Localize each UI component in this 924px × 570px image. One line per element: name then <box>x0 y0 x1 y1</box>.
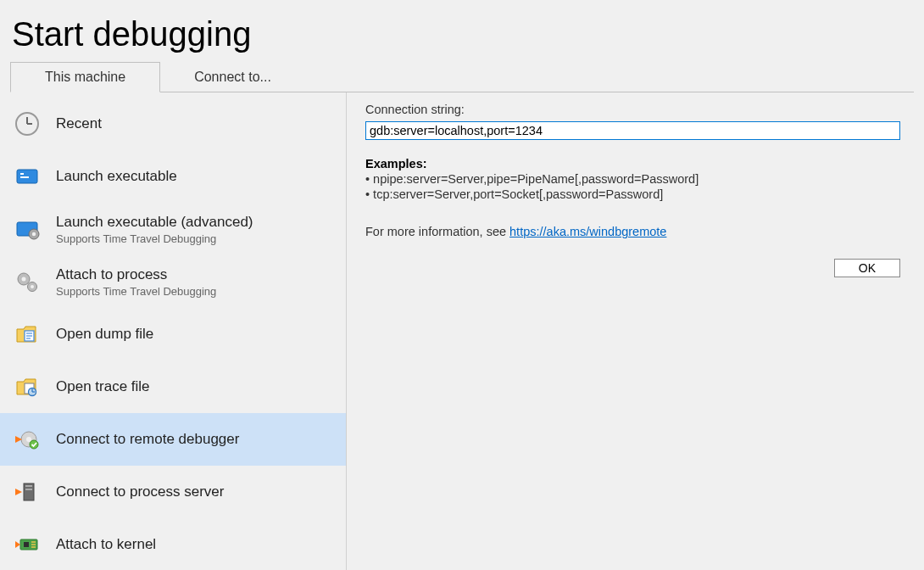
sidebar-item-texts: Open dump file <box>56 326 153 343</box>
sidebar-item-sub: Supports Time Travel Debugging <box>56 285 216 298</box>
sidebar-item-label: Attach to process <box>56 266 216 283</box>
ok-row: OK <box>365 259 900 277</box>
sidebar-item-label: Launch executable <box>56 168 177 185</box>
more-info-link[interactable]: https://aka.ms/windbgremote <box>509 225 666 238</box>
sidebar-item-texts: Launch executable <box>56 168 177 185</box>
svg-point-22 <box>26 437 31 442</box>
clock-icon <box>14 110 41 137</box>
sidebar-item-launch[interactable]: Launch executable <box>0 150 346 203</box>
svg-point-10 <box>22 277 26 282</box>
svg-rect-28 <box>24 542 29 547</box>
example-line: • npipe:server=Server,pipe=PipeName[,pas… <box>365 172 900 186</box>
sidebar-item-label: Attach to kernel <box>56 536 156 553</box>
page-title: Start debugging <box>0 0 924 62</box>
launch-adv-icon <box>14 215 41 243</box>
tabs: This machine Connect to... <box>10 62 914 92</box>
sidebar-item-kernel[interactable]: Attach to kernel <box>0 518 346 570</box>
sidebar-item-remote-dbg[interactable]: Connect to remote debugger <box>0 413 346 466</box>
sidebar-item-open-dump[interactable]: Open dump file <box>0 308 346 360</box>
more-info-prefix: For more information, see <box>365 225 509 238</box>
sidebar-item-texts: Connect to process server <box>56 483 224 500</box>
tab-connect-to[interactable]: Connect to... <box>160 63 305 92</box>
sidebar: Recent Launch executable <box>0 92 347 570</box>
sidebar-item-texts: Open trace file <box>56 378 150 395</box>
svg-rect-25 <box>25 485 32 487</box>
sidebar-item-texts: Attach to process Supports Time Travel D… <box>56 266 216 298</box>
remote-icon <box>14 426 41 453</box>
sidebar-item-texts: Recent <box>56 115 102 132</box>
sidebar-item-open-trace[interactable]: Open trace file <box>0 360 346 413</box>
dump-icon <box>14 321 41 348</box>
examples-heading: Examples: <box>365 157 900 170</box>
kernel-icon <box>14 531 41 558</box>
tab-this-machine[interactable]: This machine <box>10 62 160 92</box>
ok-button[interactable]: OK <box>834 259 900 277</box>
svg-point-12 <box>31 285 34 288</box>
sidebar-item-texts: Attach to kernel <box>56 536 156 553</box>
svg-rect-5 <box>20 176 29 178</box>
connection-string-label: Connection string: <box>365 103 900 116</box>
sidebar-item-label: Launch executable (advanced) <box>56 214 253 231</box>
sidebar-item-label: Connect to remote debugger <box>56 431 239 448</box>
sidebar-item-attach[interactable]: Attach to process Supports Time Travel D… <box>0 255 346 308</box>
trace-icon <box>14 373 41 400</box>
sidebar-item-texts: Connect to remote debugger <box>56 431 239 448</box>
sidebar-item-launch-adv[interactable]: Launch executable (advanced) Supports Ti… <box>0 203 346 255</box>
detail-pane: Connection string: Examples: • npipe:ser… <box>347 92 924 570</box>
connection-string-input[interactable] <box>365 121 900 140</box>
gears-icon <box>14 268 41 295</box>
svg-point-8 <box>32 232 36 236</box>
more-info: For more information, see https://aka.ms… <box>365 225 900 238</box>
svg-rect-26 <box>25 489 32 490</box>
sidebar-item-sub: Supports Time Travel Debugging <box>56 232 253 245</box>
server-icon <box>14 478 41 506</box>
sidebar-item-label: Recent <box>56 115 102 132</box>
svg-point-23 <box>30 440 38 449</box>
example-line: • tcp:server=Server,port=Socket[,passwor… <box>365 187 900 201</box>
sidebar-item-process-server[interactable]: Connect to process server <box>0 466 346 518</box>
sidebar-item-texts: Launch executable (advanced) Supports Ti… <box>56 214 253 245</box>
svg-rect-4 <box>20 173 24 175</box>
sidebar-item-label: Open dump file <box>56 326 153 343</box>
launch-icon <box>14 163 41 190</box>
sidebar-item-label: Connect to process server <box>56 483 224 500</box>
sidebar-item-recent[interactable]: Recent <box>0 98 346 150</box>
body: Recent Launch executable <box>0 92 924 570</box>
sidebar-item-label: Open trace file <box>56 378 150 395</box>
